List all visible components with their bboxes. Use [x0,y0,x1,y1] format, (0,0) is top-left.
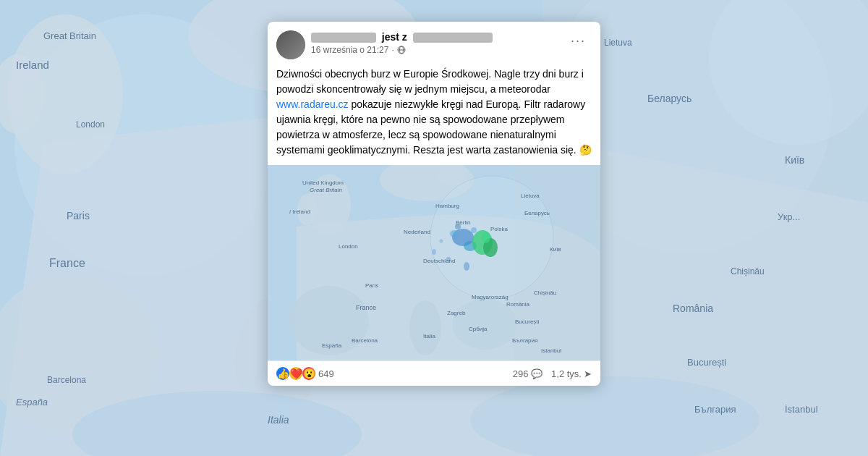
mini-label-gb: Great Britain [310,187,342,193]
author-name-blur [311,33,376,43]
reactions-left: 👍 ❤️ 😮 649 [276,367,334,380]
post-author: jest z [311,30,559,43]
mini-label-france: France [356,304,376,311]
svg-point-30 [464,262,469,271]
post-header: jest z 16 września o 21:27 · ··· [268,22,600,64]
mini-label-deutschland: Deutschland [423,258,455,264]
mini-label-magyarorszag: Magyarország [472,294,509,300]
mini-label-srbija: Србија [469,326,488,332]
comment-icon: 💬 [531,368,542,379]
mini-label-lietuva: Lietuva [521,193,540,199]
post-footer: 👍 ❤️ 😮 649 296 💬 1,2 tys. ➤ [268,360,600,386]
mini-label-chisinau: Chișinău [534,290,556,296]
post-link[interactable]: www.radareu.cz [276,98,349,110]
post-date: 16 września o 21:27 [311,45,388,55]
reactions-count: 649 [318,368,334,379]
mini-label-istanbul: Istanbul [541,347,561,354]
post-menu-button[interactable]: ··· [565,30,592,51]
svg-point-22 [409,300,441,355]
mini-label-italia: Italia [423,333,435,339]
post-image: United Kingdom Great Britain / Ireland L… [268,165,600,360]
like-icon: 👍 [276,367,289,380]
jest-z-label: jest z [382,31,407,43]
mini-label-ireland: / Ireland [289,208,310,215]
mini-label-espana: España [322,342,341,349]
svg-point-37 [440,240,443,243]
svg-point-31 [432,249,436,255]
location-blur [413,33,493,43]
share-icon: ➤ [584,368,592,379]
post-body: Dziwności obecnych burz w Europie Środko… [268,64,600,165]
post-card: jest z 16 września o 21:27 · ··· Dziwnoś… [268,22,600,386]
love-icon: ❤️ [289,367,302,380]
comments-count: 296 💬 [513,368,542,379]
mini-label-bulgaria: България [512,337,537,344]
mini-label-nederland: Nederland [404,229,430,235]
mini-label-polska: Polska [490,226,508,232]
avatar [276,30,305,59]
reactions-right: 296 💬 1,2 tys. ➤ [513,368,592,379]
globe-icon [397,46,406,54]
svg-point-35 [471,227,477,233]
mini-label-romania: România [506,301,529,308]
mini-label-paris: Paris [365,282,378,289]
svg-point-34 [482,232,490,243]
mini-label-zagreb: Zagreb [447,310,465,316]
reactions-row: 👍 ❤️ 😮 649 296 💬 1,2 tys. ➤ [276,367,592,380]
mini-label-barcelona: Barcelona [352,337,378,344]
mini-label-bucuresti: București [515,318,539,325]
mini-label-kyiv: Київ [550,246,561,253]
reaction-icons: 👍 ❤️ 😮 [276,367,315,380]
mini-label-berlin: Berlin [456,219,470,226]
post-meta: jest z 16 września o 21:27 · [311,30,559,55]
dot-sep: · [391,45,393,55]
mini-label-hamburg: Hamburg [435,203,459,209]
shares-count: 1,2 tys. ➤ [551,368,592,379]
haha-icon: 😮 [302,367,315,380]
mini-map: United Kingdom Great Britain / Ireland L… [268,165,600,360]
svg-point-28 [450,230,459,237]
post-time: 16 września o 21:27 · [311,45,559,55]
post-text-1: Dziwności obecnych burz w Europie Środko… [276,68,584,95]
mini-label-belarus: Беларусь [524,210,550,216]
mini-label-london: London [339,243,358,250]
mini-label-uk: United Kingdom [302,180,344,186]
